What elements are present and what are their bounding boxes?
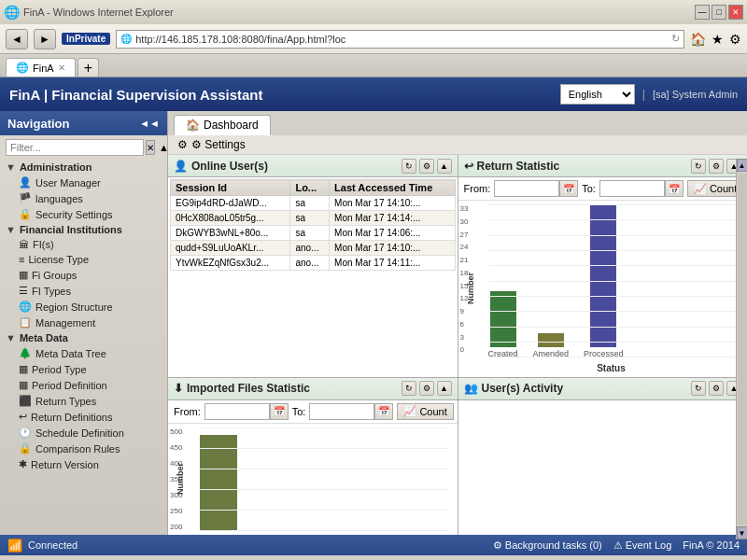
forward-button[interactable]: ► [34, 29, 56, 49]
panel-scroll-up-button[interactable]: ▲ [437, 381, 452, 396]
panel-refresh-button[interactable]: ↻ [402, 381, 416, 396]
languages-icon: 🏴 [19, 192, 32, 204]
sidebar-item-administration[interactable]: ▼ Administration [0, 160, 167, 175]
sidebar-item-region-structure[interactable]: 🌐 Region Structure [0, 299, 167, 315]
browser-titlebar: 🌐 FinA - Windows Internet Explorer — □ ✕ [0, 0, 747, 24]
sidebar-item-label: Meta Data [20, 332, 68, 343]
security-icon: 🔒 [19, 208, 32, 220]
cell-session: YtvWkEZqNfGsx3u2... [171, 256, 290, 271]
sidebar-item-license-type[interactable]: ≡ License Type [0, 252, 167, 267]
tools-icon[interactable]: ⚙ [729, 32, 741, 47]
browser-toolbar: ◄ ► InPrivate 🌐 http://146.185.178.108:8… [0, 24, 747, 54]
sidebar-title: Navigation [7, 117, 69, 131]
sidebar-item-user-manager[interactable]: 👤 User Manager [0, 175, 167, 190]
close-button[interactable]: ✕ [728, 5, 743, 20]
sidebar-item-security-settings[interactable]: 🔒 Security Settings [0, 206, 167, 222]
return-to-calendar-button[interactable]: 📅 [665, 180, 684, 197]
sidebar-item-label: Return Version [31, 459, 99, 470]
panel-refresh-button[interactable]: ↻ [402, 159, 416, 174]
sidebar-item-return-version[interactable]: ✱ Return Version [0, 456, 167, 472]
management-icon: 📋 [19, 316, 32, 329]
wifi-icon: 📶 [7, 539, 22, 553]
y-axis-label: 0 [460, 345, 481, 354]
return-from-calendar-button[interactable]: 📅 [559, 180, 578, 197]
sidebar-item-return-types[interactable]: ⬛ Return Types [0, 393, 167, 409]
event-log-item[interactable]: ⚠ Event Log [613, 539, 672, 552]
sidebar-item-meta-data[interactable]: ▼ Meta Data [0, 330, 167, 345]
y-axis-label: 500 [170, 427, 196, 436]
sidebar-item-label: License Type [28, 254, 89, 265]
sidebar-item-period-type[interactable]: ▦ Period Type [0, 361, 167, 377]
table-row[interactable]: DkGWYB3wNL+80o... sa Mon Mar 17 14:06:..… [171, 226, 456, 241]
sidebar-item-financial-institutions[interactable]: ▼ Financial Institutions [0, 222, 167, 237]
sidebar-item-schedule-definition[interactable]: 🕐 Schedule Definition [0, 425, 167, 441]
sidebar-item-fis[interactable]: 🏛 FI(s) [0, 237, 167, 252]
sidebar-item-management[interactable]: 📋 Management [0, 315, 167, 330]
table-row[interactable]: YtvWkEZqNfGsx3u2... ano... Mon Mar 17 14… [171, 256, 456, 271]
cell-lo: ano... [290, 256, 330, 271]
panel-config-button[interactable]: ⚙ [419, 381, 434, 396]
connected-label: Connected [28, 539, 78, 551]
settings-label[interactable]: ⚙ Settings [191, 138, 246, 151]
scroll-down-arrow[interactable]: ▼ [737, 526, 748, 535]
favorites-icon[interactable]: ★ [712, 32, 724, 47]
return-to-input[interactable] [599, 180, 665, 197]
to-label: To: [582, 183, 596, 194]
sidebar-item-meta-data-tree[interactable]: 🌲 Meta Data Tree [0, 345, 167, 361]
return-from-input[interactable] [494, 180, 559, 197]
comparison-icon: 🔒 [19, 442, 32, 455]
sidebar-item-label: Meta Data Tree [35, 348, 106, 359]
import-to-input[interactable] [309, 403, 374, 420]
users-table: Session Id Lo... Last Accessed Time EG9i… [170, 179, 456, 271]
table-row[interactable]: 0HcX808aoL05tr5g... sa Mon Mar 17 14:14:… [171, 211, 456, 226]
panel-controls: ↻ ⚙ ▲ [691, 159, 741, 174]
import-from-input[interactable] [204, 403, 270, 420]
sidebar-item-comparison-rules[interactable]: 🔒 Comparison Rules [0, 441, 167, 456]
import-bar-1 [200, 435, 237, 531]
panel-scroll-up-button[interactable]: ▲ [437, 159, 452, 174]
sidebar-item-languages[interactable]: 🏴 languages [0, 190, 167, 206]
background-tasks-item[interactable]: ⚙ Background tasks (0) [493, 539, 602, 552]
sidebar-item-fi-types[interactable]: ☰ FI Types [0, 283, 167, 299]
import-count-button[interactable]: 📈 Count [397, 403, 453, 420]
y-axis-label: 450 [170, 443, 196, 452]
tab-dashboard[interactable]: 🏠 Dashboard [174, 115, 271, 135]
new-tab-button[interactable]: + [78, 58, 99, 77]
table-row[interactable]: qudd+S9LuUoAKLr... ano... Mon Mar 17 14:… [171, 241, 456, 256]
settings-icon: ⚙ [177, 138, 188, 151]
sidebar-filter-input[interactable] [6, 139, 144, 156]
sidebar-item-return-definitions[interactable]: ↩ Return Definitions [0, 409, 167, 425]
scrollbar-right[interactable]: ▲ ▼ [736, 159, 747, 535]
chart-icon: 📈 [403, 405, 416, 417]
sidebar-scroll[interactable]: ▼ Administration 👤 User Manager 🏴 langua… [0, 160, 167, 535]
maximize-button[interactable]: □ [712, 5, 726, 20]
minimize-button[interactable]: — [695, 5, 710, 20]
dashboard-tab-icon: 🏠 [186, 119, 200, 132]
import-bars [200, 427, 448, 532]
panel-config-button[interactable]: ⚙ [709, 159, 724, 174]
import-from-calendar-button[interactable]: 📅 [270, 403, 289, 420]
panel-config-button[interactable]: ⚙ [709, 381, 724, 396]
table-row[interactable]: EG9ip4dRD-dJaWD... sa Mon Mar 17 14:10:.… [171, 196, 456, 211]
scroll-up-button[interactable]: ▲ [159, 142, 168, 153]
import-to-calendar-button[interactable]: 📅 [374, 403, 393, 420]
tab-close-button[interactable]: ✕ [58, 63, 65, 73]
browser-tab-fina[interactable]: 🌐 FinA ✕ [6, 58, 76, 77]
back-button[interactable]: ◄ [6, 29, 28, 49]
scroll-thumb[interactable] [738, 174, 747, 525]
refresh-icon[interactable]: ↻ [671, 33, 680, 45]
panel-refresh-button[interactable]: ↻ [691, 159, 706, 174]
scroll-up-arrow[interactable]: ▲ [737, 159, 748, 172]
sidebar-item-period-definition[interactable]: ▦ Period Definition [0, 377, 167, 393]
filter-clear-button[interactable]: ✕ [146, 140, 155, 155]
tab-favicon: 🌐 [16, 62, 29, 74]
panel-config-button[interactable]: ⚙ [419, 159, 434, 174]
panel-refresh-button[interactable]: ↻ [691, 381, 706, 396]
sidebar-collapse-button[interactable]: ◄◄ [139, 118, 160, 129]
language-select[interactable]: English [560, 84, 635, 105]
sidebar-item-label: Fi Groups [32, 270, 77, 281]
sidebar-item-fi-groups[interactable]: ▦ Fi Groups [0, 267, 167, 283]
home-icon[interactable]: 🏠 [690, 32, 706, 47]
col-last-accessed: Last Accessed Time [330, 180, 455, 196]
address-bar[interactable]: 🌐 http://146.185.178.108:8080/fina/App.h… [116, 30, 684, 49]
